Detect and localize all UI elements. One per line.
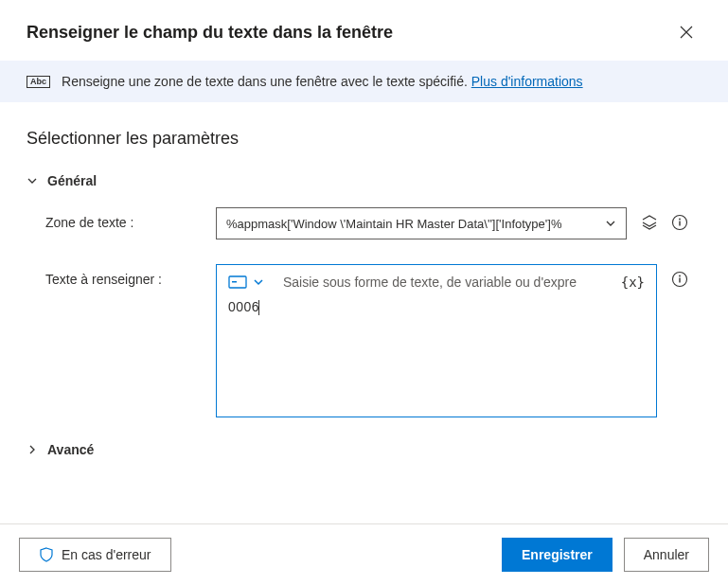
section-title: Sélectionner les paramètres: [27, 129, 701, 149]
fill-textbox[interactable]: Saisie sous forme de texte, de variable …: [216, 264, 657, 417]
close-icon: [680, 26, 693, 39]
fill-value[interactable]: 0006: [228, 299, 645, 318]
dialog-footer: En cas d'erreur Enregistrer Annuler: [0, 523, 728, 585]
chevron-down-icon: [605, 218, 616, 229]
textbox-toolbar: Saisie sous forme de texte, de variable …: [228, 275, 645, 290]
ui-element-picker-icon[interactable]: [640, 213, 659, 232]
chevron-right-icon: [27, 444, 38, 455]
chevron-down-icon[interactable]: [253, 276, 264, 288]
svg-rect-2: [679, 222, 680, 226]
svg-rect-4: [232, 281, 237, 283]
info-icon[interactable]: [670, 213, 689, 232]
more-info-link[interactable]: Plus d'informations: [471, 74, 583, 89]
fill-label: Texte à renseigner :: [45, 264, 216, 287]
svg-point-6: [679, 275, 681, 277]
on-error-button[interactable]: En cas d'erreur: [19, 538, 171, 572]
shield-icon: [39, 547, 54, 562]
param-fill-row: Texte à renseigner : Saisie sous forme d…: [27, 264, 701, 417]
chevron-down-icon: [27, 175, 38, 186]
general-section-toggle[interactable]: Général: [27, 173, 701, 188]
insert-variable-button[interactable]: {x}: [621, 275, 645, 290]
cancel-button[interactable]: Annuler: [624, 538, 709, 572]
input-mode-icon[interactable]: [228, 275, 247, 289]
textbox-value: %appmask['Window \'Maintain HR Master Da…: [226, 217, 561, 231]
info-banner: Abc Renseigne une zone de texte dans une…: [0, 61, 728, 102]
info-text: Renseigne une zone de texte dans une fen…: [62, 74, 583, 89]
dialog-title: Renseigner le champ du texte dans la fen…: [27, 23, 393, 43]
svg-rect-7: [679, 278, 680, 283]
textbox-icon: Abc: [27, 76, 50, 88]
textbox-dropdown[interactable]: %appmask['Window \'Maintain HR Master Da…: [216, 207, 627, 239]
svg-point-1: [679, 219, 681, 221]
textbox-label: Zone de texte :: [45, 207, 216, 230]
info-icon[interactable]: [670, 270, 689, 289]
close-button[interactable]: [671, 17, 701, 47]
general-label: Général: [47, 173, 97, 188]
advanced-label: Avancé: [47, 442, 94, 457]
dialog-header: Renseigner le champ du texte dans la fen…: [0, 0, 728, 61]
param-textbox-row: Zone de texte : %appmask['Window \'Maint…: [27, 207, 701, 239]
advanced-section-toggle[interactable]: Avancé: [27, 442, 701, 457]
content: Sélectionner les paramètres Général Zone…: [0, 102, 728, 457]
fill-placeholder: Saisie sous forme de texte, de variable …: [283, 275, 615, 290]
save-button[interactable]: Enregistrer: [502, 538, 613, 572]
svg-rect-3: [229, 276, 246, 288]
